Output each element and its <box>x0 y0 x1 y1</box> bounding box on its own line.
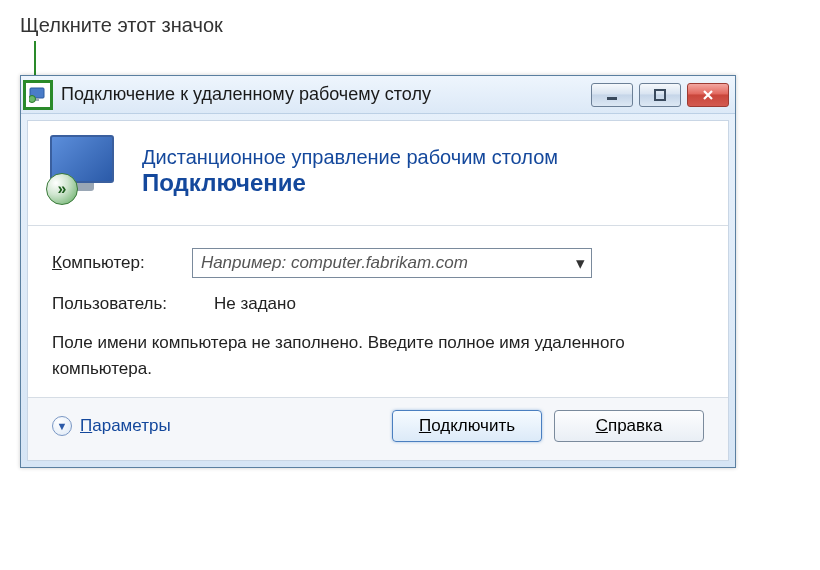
system-menu-icon[interactable] <box>23 80 53 110</box>
computer-placeholder: Например: computer.fabrikam.com <box>201 253 468 273</box>
dialog-header: » Дистанционное управление рабочим столо… <box>28 121 728 226</box>
chevron-down-icon[interactable]: ▾ <box>576 253 585 274</box>
user-label: Пользователь: <box>52 294 192 314</box>
header-title: Подключение <box>142 169 710 197</box>
dialog-body: Компьютер: Например: computer.fabrikam.c… <box>28 226 728 397</box>
hint-text: Поле имени компьютера не заполнено. Введ… <box>52 330 704 381</box>
user-value: Не задано <box>192 294 296 314</box>
computer-combobox[interactable]: Например: computer.fabrikam.com ▾ <box>192 248 592 278</box>
callout-line <box>34 41 36 75</box>
help-button[interactable]: Справка <box>554 410 704 442</box>
client-area: » Дистанционное управление рабочим столо… <box>27 120 729 461</box>
callout-text: Щелкните этот значок <box>20 14 810 37</box>
header-subtitle: Дистанционное управление рабочим столом <box>142 146 710 169</box>
svg-point-2 <box>29 95 36 102</box>
rdp-window: Подключение к удаленному рабочему столу … <box>20 75 736 468</box>
options-expander[interactable]: ▼ Параметры <box>52 416 171 436</box>
chevron-down-icon: ▼ <box>52 416 72 436</box>
titlebar[interactable]: Подключение к удаленному рабочему столу <box>21 76 735 114</box>
close-button[interactable] <box>687 83 729 107</box>
svg-rect-3 <box>607 97 617 100</box>
window-title: Подключение к удаленному рабочему столу <box>53 84 591 105</box>
maximize-button[interactable] <box>639 83 681 107</box>
minimize-button[interactable] <box>591 83 633 107</box>
rdp-icon: » <box>46 135 124 207</box>
svg-rect-4 <box>655 90 665 100</box>
dialog-footer: ▼ Параметры Подключить Справка <box>28 397 728 460</box>
connect-button[interactable]: Подключить <box>392 410 542 442</box>
computer-label: Компьютер: <box>52 253 192 273</box>
